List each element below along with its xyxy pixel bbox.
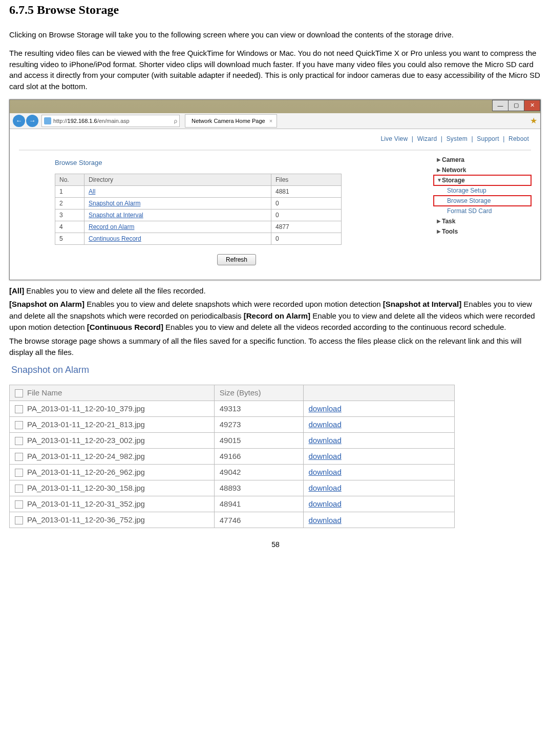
row-checkbox[interactable] xyxy=(15,485,23,493)
col-directory: Directory xyxy=(84,174,271,185)
tab-close-icon[interactable]: × xyxy=(269,118,272,124)
topnav-wizard[interactable]: Wizard xyxy=(417,135,437,142)
sidebar-item-network[interactable]: ▶Network xyxy=(434,165,531,175)
dir-link-continuous[interactable]: Continuous Record xyxy=(89,235,141,242)
row-checkbox[interactable] xyxy=(15,469,23,477)
tab-title: Network Camera Home Page xyxy=(192,118,265,124)
row-checkbox[interactable] xyxy=(15,500,23,509)
dir-link-all[interactable]: All xyxy=(89,188,95,195)
camera-sidebar: ▶Camera ▶Network ▼Storage Storage Setup … xyxy=(434,151,531,270)
window-close-button[interactable]: ✕ xyxy=(524,100,540,111)
file-row: PA_2013-01-11_12-20-23_002.jpg49015downl… xyxy=(10,432,455,448)
nav-forward-button[interactable]: → xyxy=(26,115,38,127)
sidebar-item-task[interactable]: ▶Task xyxy=(434,216,531,226)
download-link[interactable]: download xyxy=(309,420,342,429)
label-continuous-record: [Continuous Record] xyxy=(87,323,165,331)
topnav-liveview[interactable]: Live View xyxy=(380,135,408,142)
table-row: 5 Continuous Record 0 xyxy=(55,233,342,244)
row-checkbox[interactable] xyxy=(15,437,23,445)
file-row: PA_2013-01-11_12-20-24_982.jpg49166downl… xyxy=(10,448,455,464)
col-filename: File Name xyxy=(27,388,62,397)
topnav-support[interactable]: Support xyxy=(477,135,499,142)
camera-top-nav: Live View | Wizard | System | Support | … xyxy=(19,131,531,151)
download-link[interactable]: download xyxy=(309,516,342,524)
row-checkbox[interactable] xyxy=(15,421,23,429)
label-snapshot-at-interval: [Snapshot at Interval] xyxy=(383,300,464,308)
file-row: PA_2013-01-11_12-20-10_379.jpg49313downl… xyxy=(10,401,455,416)
window-maximize-button[interactable]: ▢ xyxy=(508,100,524,111)
search-glyph: ρ xyxy=(174,118,177,124)
sidebar-item-tools[interactable]: ▶Tools xyxy=(434,226,531,237)
col-no: No. xyxy=(55,174,84,185)
url-prefix: http:// xyxy=(53,118,68,124)
table-row: 2 Snapshot on Alarm 0 xyxy=(55,197,342,209)
table-row: 1 All 4881 xyxy=(55,185,342,197)
directory-table: No. Directory Files 1 All 4881 2 Snapsho… xyxy=(55,174,342,245)
dir-link-snap-alarm[interactable]: Snapshot on Alarm xyxy=(89,200,140,207)
window-minimize-button[interactable]: — xyxy=(492,100,508,111)
sidebar-sub-browse-storage[interactable]: Browse Storage xyxy=(434,196,531,206)
browser-window-screenshot: — ▢ ✕ ← → http:// 192.168.1.6 /en/main.a… xyxy=(9,99,541,280)
label-record-on-alarm: [Record on Alarm] xyxy=(244,311,312,320)
summary-paragraph: The browse storage page shows a summary … xyxy=(9,335,542,359)
col-files: Files xyxy=(271,174,342,185)
label-all: [All] xyxy=(9,286,26,295)
url-path: /en/main.asp xyxy=(97,118,130,124)
topnav-system[interactable]: System xyxy=(447,135,468,142)
row-checkbox[interactable] xyxy=(15,405,23,413)
sidebar-item-camera[interactable]: ▶Camera xyxy=(434,155,531,165)
row-checkbox[interactable] xyxy=(15,516,23,524)
download-link[interactable]: download xyxy=(309,404,342,413)
favorites-icon[interactable]: ★ xyxy=(530,116,537,125)
intro-paragraph-1: Clicking on Browse Storage will take you… xyxy=(9,29,542,40)
snapshot-file-list-screenshot: Snapshot on Alarm File Name Size (Bytes)… xyxy=(9,365,455,528)
sidebar-sub-storage-setup[interactable]: Storage Setup xyxy=(434,185,531,196)
file-row: PA_2013-01-11_12-20-31_352.jpg48941downl… xyxy=(10,496,455,512)
table-row: 3 Snapshot at Interval 0 xyxy=(55,209,342,221)
topnav-reboot[interactable]: Reboot xyxy=(508,135,529,142)
nav-back-button[interactable]: ← xyxy=(13,115,25,127)
page-number: 58 xyxy=(9,540,542,549)
dir-link-snap-interval[interactable]: Snapshot at Interval xyxy=(89,212,143,219)
row-checkbox[interactable] xyxy=(15,453,23,461)
sidebar-sub-format-sd[interactable]: Format SD Card xyxy=(434,206,531,216)
browser-tab[interactable]: Network Camera Home Page × xyxy=(185,114,277,128)
sidebar-item-storage[interactable]: ▼Storage xyxy=(434,175,531,185)
panel-title: Browse Storage xyxy=(55,159,418,166)
file-table: File Name Size (Bytes) PA_2013-01-11_12-… xyxy=(9,385,455,528)
file-row: PA_2013-01-11_12-20-30_158.jpg48893downl… xyxy=(10,480,455,496)
intro-paragraph-2: The resulting video files can be viewed … xyxy=(9,48,542,92)
table-row: 4 Record on Alarm 4877 xyxy=(55,221,342,233)
ie-icon xyxy=(44,117,51,124)
download-link[interactable]: download xyxy=(309,452,342,460)
dir-link-record-alarm[interactable]: Record on Alarm xyxy=(89,223,134,230)
url-host: 192.168.1.6 xyxy=(68,118,97,124)
file-row: PA_2013-01-11_12-20-21_813.jpg49273downl… xyxy=(10,416,455,432)
col-size: Size (Bytes) xyxy=(214,385,303,401)
refresh-button[interactable]: Refresh xyxy=(217,254,256,265)
section-heading: 6.7.5 Browse Storage xyxy=(9,3,542,17)
file-row: PA_2013-01-11_12-20-36_752.jpg47746downl… xyxy=(10,512,455,528)
description-block: [All] Enables you to view and delete all… xyxy=(9,285,542,359)
download-link[interactable]: download xyxy=(309,436,342,445)
label-snapshot-on-alarm: [Snapshot on Alarm] xyxy=(9,300,87,308)
address-bar[interactable]: http:// 192.168.1.6 /en/main.asp ρ xyxy=(41,115,180,127)
select-all-checkbox[interactable] xyxy=(15,389,23,397)
download-link[interactable]: download xyxy=(309,468,342,476)
file-row: PA_2013-01-11_12-20-26_962.jpg49042downl… xyxy=(10,464,455,480)
snapshot-panel-title: Snapshot on Alarm xyxy=(11,365,455,375)
col-download xyxy=(303,385,454,401)
download-link[interactable]: download xyxy=(309,499,342,508)
download-link[interactable]: download xyxy=(309,484,342,492)
